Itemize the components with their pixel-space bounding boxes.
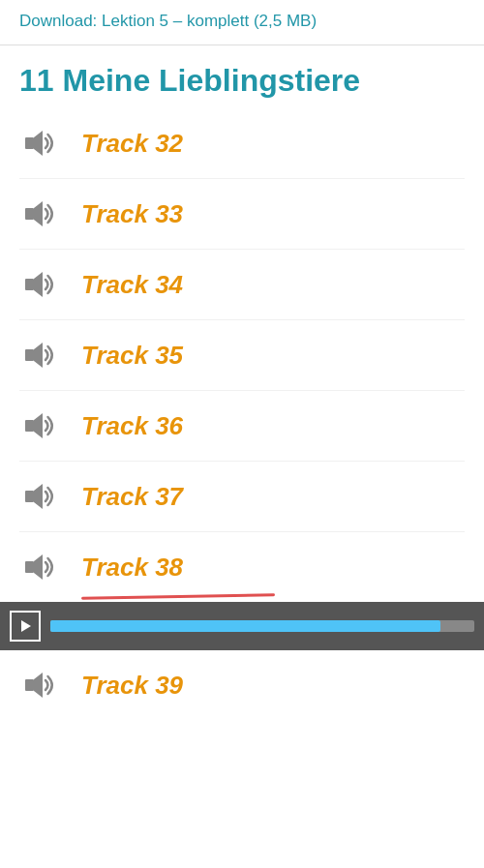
svg-rect-5: [25, 491, 34, 502]
track-label: Track 32: [81, 129, 183, 159]
svg-rect-4: [25, 420, 34, 432]
progress-fill: [50, 620, 440, 632]
speaker-icon: [19, 334, 62, 376]
svg-rect-2: [25, 279, 34, 290]
svg-rect-0: [25, 137, 34, 149]
track-label: Track 33: [81, 199, 183, 229]
speaker-icon: [19, 404, 62, 447]
speaker-icon: [19, 475, 62, 518]
play-icon: [17, 618, 33, 634]
track-item[interactable]: Track 33: [19, 179, 465, 250]
svg-rect-8: [25, 679, 34, 691]
speaker-icon: [19, 546, 62, 588]
track-label: Track 36: [81, 411, 183, 441]
track-list: Track 32 Track 33: [0, 108, 484, 602]
audio-player: [0, 602, 484, 650]
bottom-section: Track 39: [0, 650, 484, 720]
svg-rect-1: [25, 208, 34, 220]
track-item[interactable]: Track 35: [19, 320, 465, 391]
download-link[interactable]: Download: Lektion 5 – komplett (2,5 MB): [19, 12, 465, 31]
track-item[interactable]: Track 37: [19, 462, 465, 532]
track-item[interactable]: Track 38: [19, 532, 465, 602]
play-button[interactable]: [10, 611, 41, 642]
svg-rect-6: [25, 561, 34, 573]
track-label: Track 37: [81, 482, 183, 512]
section-title: 11 Meine Lieblingstiere: [0, 45, 484, 108]
track-item[interactable]: Track 32: [19, 108, 465, 179]
speaker-icon: [19, 263, 62, 306]
underline-decoration: [81, 593, 275, 599]
track-label: Track 35: [81, 341, 183, 371]
download-section: Download: Lektion 5 – komplett (2,5 MB): [0, 0, 484, 45]
track-label: Track 39: [81, 671, 183, 701]
track-item[interactable]: Track 36: [19, 391, 465, 462]
speaker-icon: [19, 664, 62, 706]
speaker-icon: [19, 193, 62, 235]
svg-marker-7: [21, 620, 31, 632]
speaker-icon: [19, 122, 62, 165]
svg-rect-3: [25, 349, 34, 361]
track-label: Track 34: [81, 270, 183, 300]
progress-bar[interactable]: [50, 620, 474, 632]
track-label: Track 38: [81, 553, 183, 583]
track-item[interactable]: Track 34: [19, 250, 465, 320]
track-item[interactable]: Track 39: [19, 650, 465, 720]
